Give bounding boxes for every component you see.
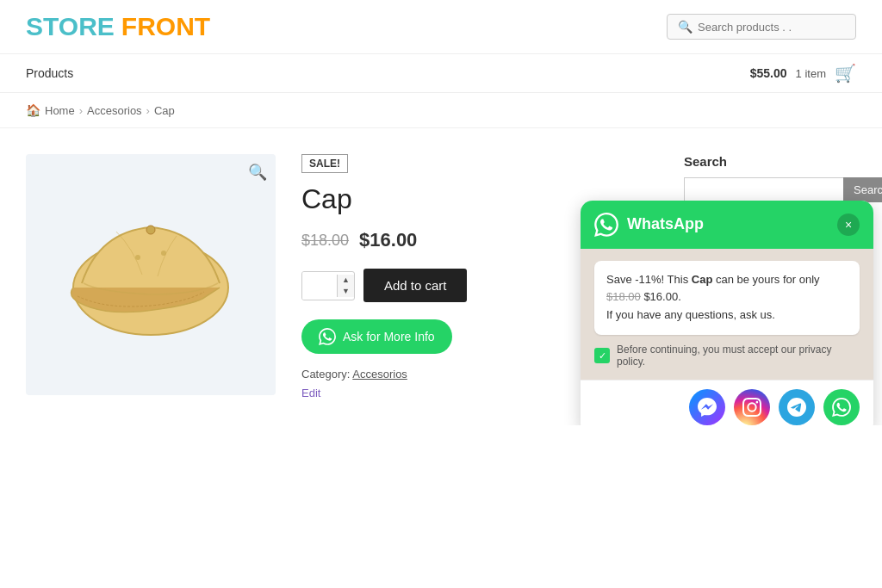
whatsapp-popup-body: Save -11%! This Cap can be yours for onl… xyxy=(581,249,873,380)
product-image-wrap: 🔍 xyxy=(26,154,276,395)
whatsapp-popup-title: WhatsApp xyxy=(627,215,704,233)
breadcrumb-category[interactable]: Accesorios xyxy=(87,104,142,117)
logo-front: FRONT xyxy=(121,12,210,41)
ask-info-label: Ask for More Info xyxy=(343,330,435,344)
cart-icon[interactable]: 🛒 xyxy=(835,63,856,84)
product-image xyxy=(56,197,245,352)
sale-price: $16.00 xyxy=(359,229,417,251)
whatsapp-social-button[interactable] xyxy=(823,389,860,425)
privacy-checkbox[interactable]: ✓ xyxy=(594,348,610,363)
quantity-arrows: ▲ ▼ xyxy=(337,275,354,297)
wa-privacy-row: ✓ Before continuing, you must accept our… xyxy=(594,344,860,368)
sidebar-search-row: Search xyxy=(684,177,856,202)
telegram-button[interactable] xyxy=(779,389,815,425)
quantity-up[interactable]: ▲ xyxy=(338,275,354,286)
category-link[interactable]: Accesorios xyxy=(352,368,407,381)
instagram-button[interactable] xyxy=(734,389,770,425)
breadcrumb-current: Cap xyxy=(154,104,175,117)
whatsapp-close-button[interactable]: × xyxy=(837,214,860,236)
breadcrumb-home[interactable]: Home xyxy=(45,104,75,117)
whatsapp-icon xyxy=(319,328,336,345)
product-search-bar[interactable]: 🔍 xyxy=(667,14,856,40)
whatsapp-logo-icon xyxy=(594,213,618,237)
whatsapp-popup-header: WhatsApp × xyxy=(581,201,873,249)
breadcrumb-sep1: › xyxy=(79,104,83,117)
products-nav-link[interactable]: Products xyxy=(26,66,73,80)
home-icon: 🏠 xyxy=(26,103,40,117)
svg-point-2 xyxy=(135,255,140,260)
cart-info: $55.00 1 item 🛒 xyxy=(750,63,856,84)
category-label: Category: xyxy=(301,368,350,381)
quantity-down[interactable]: ▼ xyxy=(338,286,354,297)
search-input[interactable] xyxy=(698,21,845,34)
instagram-icon xyxy=(742,398,761,417)
edit-link[interactable]: Edit xyxy=(301,387,320,399)
logo: STORE FRONT xyxy=(26,12,210,41)
whatsapp-message-bubble: Save -11%! This Cap can be yours for onl… xyxy=(594,261,860,335)
svg-point-3 xyxy=(161,251,166,256)
sale-badge: SALE! xyxy=(301,154,348,173)
ask-for-info-button[interactable]: Ask for More Info xyxy=(301,319,452,354)
whatsapp-popup: WhatsApp × Save -11%! This Cap can be yo… xyxy=(581,201,873,425)
navbar: Products $55.00 1 item 🛒 xyxy=(0,54,882,93)
privacy-text: Before continuing, you must accept our p… xyxy=(617,344,860,368)
breadcrumb-sep2: › xyxy=(146,104,150,117)
main-content: 🔍 xyxy=(0,128,882,425)
zoom-icon[interactable]: 🔍 xyxy=(248,163,267,182)
wa-message-text: Save -11%! This Cap can be yours for onl… xyxy=(606,273,820,322)
logo-store: STORE xyxy=(26,12,115,41)
add-to-cart-button[interactable]: Add to cart xyxy=(363,269,468,302)
messenger-icon xyxy=(698,398,717,417)
original-price: $18.00 xyxy=(301,232,349,250)
whatsapp-social-icon xyxy=(832,398,851,417)
sidebar-search-button[interactable]: Search xyxy=(843,177,882,202)
svg-point-1 xyxy=(146,226,155,234)
cart-price: $55.00 xyxy=(750,66,787,80)
header: STORE FRONT 🔍 xyxy=(0,0,882,54)
search-icon: 🔍 xyxy=(678,20,693,34)
sidebar-search-input[interactable] xyxy=(684,177,843,202)
sidebar-search-label: Search xyxy=(684,154,856,169)
telegram-icon xyxy=(787,398,806,417)
cart-count: 1 item xyxy=(796,67,826,80)
messenger-button[interactable] xyxy=(689,389,725,425)
whatsapp-header-left: WhatsApp xyxy=(594,213,704,237)
breadcrumb: 🏠 Home › Accesorios › Cap xyxy=(0,93,882,128)
whatsapp-popup-footer xyxy=(581,380,873,425)
quantity-field[interactable]: 1 xyxy=(302,272,337,300)
quantity-input[interactable]: 1 ▲ ▼ xyxy=(301,271,355,300)
product-section: 🔍 xyxy=(26,154,649,399)
